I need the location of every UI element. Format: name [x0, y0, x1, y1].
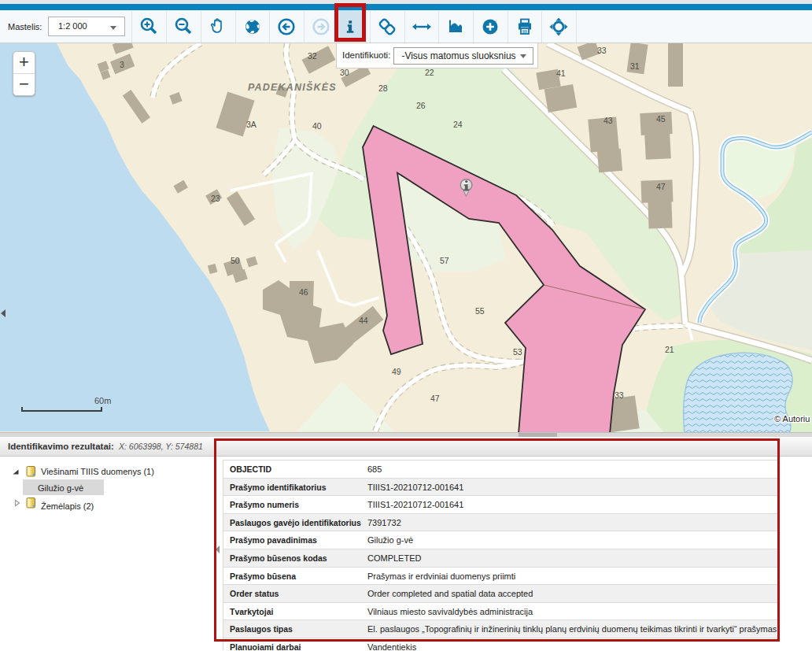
svg-text:26: 26	[416, 101, 426, 110]
svg-text:30: 30	[340, 68, 349, 77]
svg-text:43: 43	[603, 116, 613, 125]
svg-text:31: 31	[630, 61, 640, 71]
svg-text:3A: 3A	[246, 120, 257, 129]
svg-text:44: 44	[359, 316, 368, 325]
svg-text:40: 40	[312, 121, 322, 131]
svg-text:47: 47	[656, 182, 666, 191]
svg-text:47: 47	[430, 394, 440, 403]
svg-text:PADEKANIŠKĖS: PADEKANIŠKĖS	[248, 81, 337, 93]
svg-text:32: 32	[308, 51, 317, 61]
svg-text:3: 3	[120, 60, 124, 69]
svg-text:50: 50	[231, 256, 240, 265]
svg-text:21: 21	[665, 345, 674, 354]
svg-text:33: 33	[597, 46, 607, 55]
svg-text:24: 24	[453, 120, 463, 129]
svg-text:46: 46	[299, 287, 308, 297]
svg-text:53: 53	[513, 347, 522, 357]
svg-text:22: 22	[425, 68, 434, 77]
svg-text:23: 23	[211, 194, 220, 203]
svg-text:© Autoriu: © Autoriu	[774, 414, 810, 424]
svg-text:28: 28	[378, 83, 388, 93]
svg-text:45: 45	[656, 114, 666, 124]
svg-text:33: 33	[615, 390, 624, 400]
svg-text:57: 57	[440, 256, 449, 265]
svg-text:41: 41	[556, 68, 566, 78]
svg-text:49: 49	[392, 367, 401, 376]
svg-text:55: 55	[475, 306, 485, 316]
